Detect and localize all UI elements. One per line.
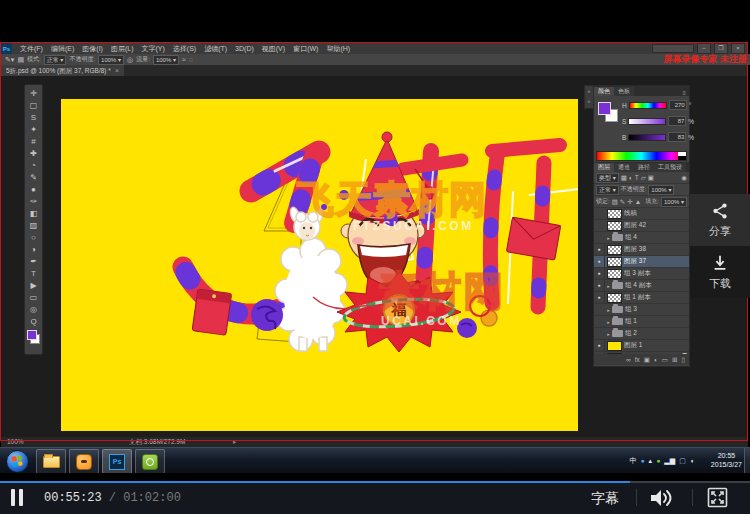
taskbar-explorer-button[interactable] [36, 449, 66, 474]
group-folder-icon[interactable] [612, 306, 623, 313]
taskbar-green-app-button[interactable] [135, 449, 165, 474]
menu-3d[interactable]: 3D(D) [231, 43, 258, 54]
opacity-select[interactable]: 100% ▾ [98, 55, 124, 65]
layer-row[interactable]: ● 组 1 副本 [594, 292, 689, 304]
bri-slider[interactable] [628, 134, 666, 141]
pressure-opacity-icon[interactable]: ◎ [127, 55, 133, 64]
menu-edit[interactable]: 编辑(E) [47, 43, 78, 54]
sat-slider[interactable] [628, 118, 666, 125]
filter-adjustment-icon[interactable]: ◐ [629, 173, 633, 182]
sat-value[interactable]: 87 [668, 116, 686, 126]
display-icon[interactable]: ▢ [679, 457, 686, 465]
color-swatch-pair[interactable] [598, 102, 618, 122]
clone-stamp-tool[interactable]: ● [27, 184, 40, 196]
path-select-tool[interactable]: ▶ [27, 280, 40, 292]
seek-bar[interactable] [0, 481, 750, 483]
pen-tool[interactable]: ✒ [27, 256, 40, 268]
expand-triangle-icon[interactable]: ▸ [605, 331, 612, 337]
taskbar-clock[interactable]: 20:55 2015/3/27 [711, 451, 742, 469]
document-canvas[interactable]: 福 [61, 99, 578, 431]
menu-layer[interactable]: 图层(L) [107, 43, 138, 54]
menu-select[interactable]: 选择(S) [169, 43, 200, 54]
foreground-swatch[interactable] [598, 102, 611, 115]
menu-help[interactable]: 帮助(H) [322, 43, 354, 54]
lock-all-icon[interactable]: ▲ [635, 197, 641, 206]
zoom-level[interactable]: 100% [7, 437, 24, 447]
menu-file[interactable]: 文件(F) [16, 43, 47, 54]
expand-triangle-icon[interactable]: ▸ [605, 283, 612, 289]
pause-button[interactable] [11, 489, 25, 506]
new-group-icon[interactable]: ▭ [662, 356, 668, 364]
visibility-toggle[interactable]: ● [594, 292, 605, 303]
layer-row[interactable]: ● 图层 38 [594, 244, 689, 256]
gradient-tool[interactable]: ▨ [27, 220, 40, 232]
expand-triangle-icon[interactable]: ▸ [605, 235, 612, 241]
visibility-toggle[interactable]: ● [594, 244, 605, 255]
brush-panel-icon[interactable]: ▤ [17, 55, 24, 64]
expand-triangle-icon[interactable]: ▸ [605, 319, 612, 325]
download-button[interactable]: 下载 [690, 246, 750, 298]
layer-group-row[interactable]: ● ▸ 组 4 副本 [594, 280, 689, 292]
document-tab[interactable]: 5折.psd @ 100% (图层 37, RGB/8) * × [1, 65, 124, 76]
taskbar-chat-app-button[interactable] [69, 449, 99, 474]
layer-thumbnail[interactable] [607, 293, 622, 303]
layer-group-row[interactable]: ▸ 组 2 [594, 328, 689, 340]
type-tool[interactable]: T [27, 268, 40, 280]
tab-close-icon[interactable]: × [115, 65, 119, 76]
layer-style-icon[interactable]: fx [635, 356, 640, 363]
visibility-toggle[interactable]: ● [594, 340, 605, 351]
foreground-color-swatch[interactable] [27, 330, 37, 340]
flow-select[interactable]: 100% ▾ [153, 55, 179, 65]
brush-tool[interactable]: ✎ [27, 172, 40, 184]
new-layer-icon[interactable]: ⊞ [672, 356, 677, 364]
volume-button[interactable] [648, 488, 674, 512]
visibility-toggle[interactable]: ● [594, 280, 605, 291]
volume-tray-icon[interactable]: ◖ [690, 457, 694, 465]
layer-group-row[interactable]: ▸ 组 3 [594, 304, 689, 316]
menu-view[interactable]: 视图(V) [258, 43, 289, 54]
start-button[interactable] [6, 450, 29, 473]
layer-thumbnail[interactable] [607, 269, 622, 279]
bri-value[interactable]: 83 [668, 132, 686, 142]
ime-indicator[interactable]: 中 [629, 457, 636, 465]
link-layers-icon[interactable]: ∞ [626, 356, 631, 363]
magic-wand-tool[interactable]: ✦ [27, 124, 40, 136]
group-folder-icon[interactable] [612, 330, 623, 337]
menu-window[interactable]: 窗口(W) [289, 43, 322, 54]
fill-select[interactable]: 100% ▾ [661, 197, 687, 207]
tab-layers[interactable]: 图层 [594, 163, 614, 172]
hue-slider[interactable] [629, 102, 667, 109]
menu-filter[interactable]: 滤镜(T) [200, 43, 231, 54]
filter-shape-icon[interactable]: ▱ [641, 173, 646, 182]
hand-tool[interactable]: ◎ [27, 304, 40, 316]
pressure-size-icon[interactable]: ◌ [189, 55, 193, 64]
tab-color[interactable]: 颜色 [594, 87, 614, 96]
tray-expand-icon[interactable]: ▴ [649, 457, 653, 465]
network-icon[interactable]: ▂▆ [664, 457, 675, 465]
tab-swatches[interactable]: 色板 [614, 87, 634, 96]
blur-tool[interactable]: ○ [27, 232, 40, 244]
crop-tool[interactable]: # [27, 136, 40, 148]
eyedropper-tool[interactable]: ✚ [27, 148, 40, 160]
color-swatches[interactable] [27, 330, 40, 344]
layer-row-selected[interactable]: ● 图层 37 [594, 256, 689, 268]
show-desktop-button[interactable] [744, 448, 750, 474]
visibility-toggle[interactable]: ● [594, 256, 605, 267]
tray-app-icon[interactable]: ● [640, 457, 644, 465]
tray-safety-icon[interactable]: ● [656, 457, 660, 465]
blend-mode-select[interactable]: 正常 ▾ [596, 185, 619, 195]
taskbar-photoshop-button[interactable]: Ps [102, 449, 132, 474]
expand-triangle-icon[interactable]: ▸ [605, 307, 612, 313]
move-tool[interactable]: ✛ [27, 88, 40, 100]
filter-toggle-icon[interactable]: ◉ [681, 173, 687, 182]
delete-layer-icon[interactable]: ▯ [681, 356, 685, 364]
lasso-tool[interactable]: S [27, 112, 40, 124]
eraser-tool[interactable]: ◧ [27, 208, 40, 220]
marquee-tool[interactable]: ▢ [27, 100, 40, 112]
menu-type[interactable]: 文字(Y) [137, 43, 168, 54]
group-folder-icon[interactable] [612, 318, 623, 325]
zoom-tool[interactable]: Q [27, 316, 40, 328]
layer-opacity-select[interactable]: 100% ▾ [648, 185, 674, 195]
adjustment-layer-icon[interactable]: ◐ [654, 356, 658, 363]
layer-mask-icon[interactable]: ▣ [644, 356, 650, 364]
